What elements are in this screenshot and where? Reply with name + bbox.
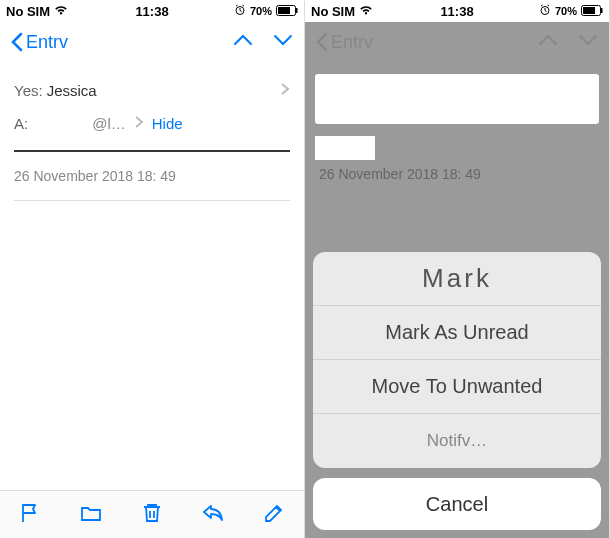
- battery-icon: [581, 4, 603, 19]
- next-message-button[interactable]: [272, 32, 294, 52]
- to-value: @l…: [92, 115, 126, 132]
- action-sheet: Mark Mark As Unread Move To Unwanted Not…: [313, 252, 601, 530]
- move-unwanted-button[interactable]: Move To Unwanted: [313, 360, 601, 414]
- flag-button[interactable]: [18, 501, 42, 529]
- hide-button[interactable]: Hide: [152, 115, 183, 132]
- battery-label: 70%: [555, 5, 577, 17]
- battery-icon: [276, 4, 298, 19]
- reply-button[interactable]: [201, 501, 225, 529]
- svg-rect-6: [583, 7, 595, 14]
- carrier-label: No SIM: [311, 4, 355, 19]
- redacted-header: [315, 74, 599, 124]
- action-sheet-group: Mark Mark As Unread Move To Unwanted Not…: [313, 252, 601, 468]
- carrier-label: No SIM: [6, 4, 50, 19]
- prev-message-button[interactable]: [232, 32, 254, 52]
- alarm-icon: [539, 4, 551, 19]
- nav-bar: Entrv: [0, 22, 304, 62]
- timestamp: 26 November 2018 18: 49: [305, 166, 609, 190]
- back-button[interactable]: Entrv: [315, 32, 373, 53]
- svg-rect-7: [601, 8, 603, 13]
- divider: [14, 150, 290, 152]
- redacted-subject: [315, 136, 375, 160]
- from-value: Jessica: [47, 82, 280, 99]
- timestamp: 26 November 2018 18: 49: [14, 162, 290, 190]
- battery-label: 70%: [250, 5, 272, 17]
- chevron-right-icon: [280, 82, 290, 99]
- nav-arrows: [537, 32, 599, 52]
- prev-message-button[interactable]: [537, 32, 559, 52]
- notify-button[interactable]: Notifv…: [313, 414, 601, 468]
- screen-right: No SIM 11:38 70% Entrv: [305, 0, 610, 538]
- status-bar: No SIM 11:38 70%: [305, 0, 609, 22]
- cancel-button[interactable]: Cancel: [313, 478, 601, 530]
- status-bar: No SIM 11:38 70%: [0, 0, 304, 22]
- svg-rect-2: [278, 7, 290, 14]
- mark-unread-button[interactable]: Mark As Unread: [313, 306, 601, 360]
- from-row[interactable]: Yes: Jessica: [14, 74, 290, 107]
- to-row[interactable]: A: @l… Hide: [14, 107, 290, 140]
- status-time: 11:38: [135, 4, 168, 19]
- from-label: Yes:: [14, 82, 43, 99]
- back-label: Entrv: [26, 32, 68, 53]
- next-message-button[interactable]: [577, 32, 599, 52]
- svg-rect-3: [296, 8, 298, 13]
- divider: [14, 200, 290, 201]
- back-label: Entrv: [331, 32, 373, 53]
- toolbar: [0, 490, 304, 538]
- chevron-right-icon: [134, 115, 144, 132]
- sheet-title: Mark: [313, 252, 601, 306]
- compose-button[interactable]: [262, 501, 286, 529]
- nav-bar: Entrv: [305, 22, 609, 62]
- screen-left: No SIM 11:38 70% Entrv: [0, 0, 305, 538]
- alarm-icon: [234, 4, 246, 19]
- status-time: 11:38: [440, 4, 473, 19]
- wifi-icon: [359, 4, 373, 19]
- trash-button[interactable]: [140, 501, 164, 529]
- to-label: A:: [14, 115, 28, 132]
- move-button[interactable]: [79, 501, 103, 529]
- message-header: Yes: Jessica A: @l… Hide 26 November 201…: [0, 62, 304, 223]
- back-button[interactable]: Entrv: [10, 32, 68, 53]
- wifi-icon: [54, 4, 68, 19]
- nav-arrows: [232, 32, 294, 52]
